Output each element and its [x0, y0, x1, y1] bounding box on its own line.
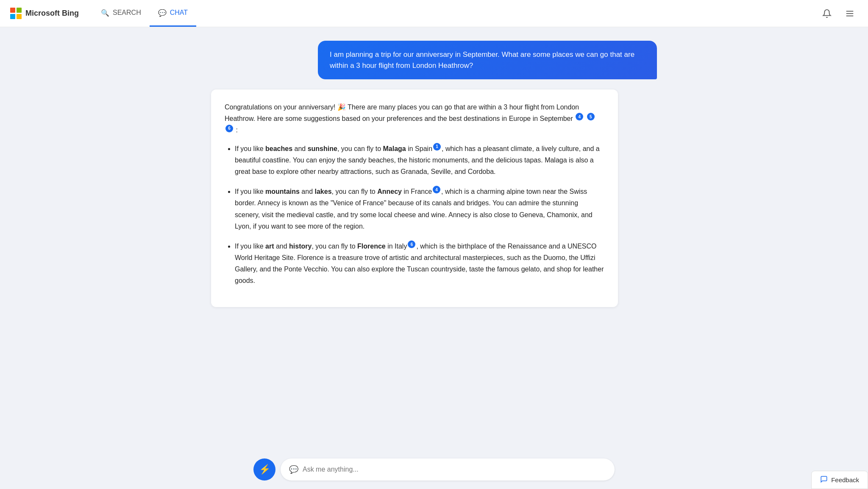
nav: 🔍 SEARCH 💬 CHAT [92, 0, 196, 27]
list-item: If you like mountains and lakes, you can… [235, 186, 604, 232]
ai-list: If you like beaches and sunshine, you ca… [225, 143, 604, 287]
nav-search-label: SEARCH [113, 9, 141, 17]
logo-text: Microsoft Bing [25, 9, 79, 18]
citation-6[interactable]: 6 [225, 125, 233, 132]
input-bar: ⚡ 💬 [0, 452, 868, 489]
menu-button[interactable] [842, 6, 858, 22]
input-field-wrap: 💬 [281, 458, 615, 481]
feedback-icon [820, 475, 828, 484]
search-nav-icon: 🔍 [101, 9, 109, 17]
chat-nav-icon: 💬 [158, 9, 167, 17]
header: Microsoft Bing 🔍 SEARCH 💬 CHAT [0, 0, 868, 27]
logo[interactable]: Microsoft Bing [10, 8, 79, 20]
notification-button[interactable] [819, 6, 835, 22]
citation-6b[interactable]: 6 [408, 240, 415, 248]
feedback-button[interactable]: Feedback [811, 471, 868, 489]
nav-chat[interactable]: 💬 CHAT [150, 0, 196, 27]
copilot-icon: ⚡ [259, 464, 270, 475]
input-inner: ⚡ 💬 [243, 458, 625, 481]
nav-chat-label: CHAT [170, 9, 188, 17]
user-message-container: I am planning a trip for our anniversary… [211, 41, 657, 79]
nav-search[interactable]: 🔍 SEARCH [92, 0, 150, 27]
list-item: If you like beaches and sunshine, you ca… [235, 143, 604, 178]
citation-1[interactable]: 1 [433, 143, 441, 151]
user-message: I am planning a trip for our anniversary… [318, 41, 657, 79]
copilot-button[interactable]: ⚡ [253, 458, 275, 481]
feedback-label: Feedback [831, 476, 859, 483]
header-actions [819, 6, 858, 22]
citation-4b[interactable]: 4 [433, 186, 440, 193]
chat-input[interactable] [303, 466, 606, 473]
chat-input-icon: 💬 [289, 465, 298, 474]
ms-logo-icon [10, 8, 22, 20]
citation-4[interactable]: 4 [576, 113, 583, 120]
ai-intro: Congratulations on your anniversary! 🎉 T… [225, 101, 604, 136]
list-item: If you like art and history, you can fly… [235, 240, 604, 287]
ai-response: Congratulations on your anniversary! 🎉 T… [211, 89, 618, 307]
main-content: I am planning a trip for our anniversary… [201, 27, 667, 489]
citation-5[interactable]: 5 [587, 113, 595, 120]
